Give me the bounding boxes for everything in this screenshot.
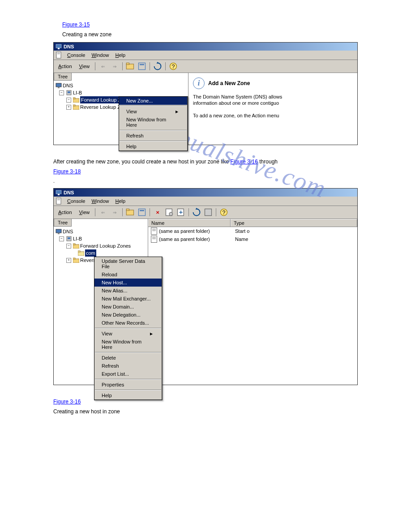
- collapse-icon[interactable]: −: [66, 244, 71, 249]
- tree-tab[interactable]: Tree: [54, 219, 72, 227]
- svg-rect-8: [140, 64, 144, 65]
- menu-console[interactable]: Console: [64, 197, 88, 205]
- menu-help[interactable]: Help: [113, 51, 128, 59]
- menu-window[interactable]: Window: [89, 51, 111, 59]
- figure-3-16-link[interactable]: Figure 3-16: [231, 159, 258, 165]
- delete-button[interactable]: ✕: [153, 207, 163, 217]
- ctx-new-alias[interactable]: New Alias...: [94, 287, 162, 295]
- svg-rect-27: [140, 210, 144, 211]
- svg-rect-34: [56, 229, 61, 233]
- info-text: The Domain Name System (DNS) allows info…: [193, 94, 353, 119]
- forward-button[interactable]: ⇒: [110, 61, 120, 71]
- properties-button[interactable]: [137, 207, 147, 217]
- toolbar-view[interactable]: View: [77, 63, 93, 70]
- ctx-new-zone[interactable]: New Zone...: [119, 97, 187, 105]
- list-row[interactable]: (same as parent folder) Name: [148, 235, 357, 243]
- up-folder-button[interactable]: [125, 61, 135, 71]
- tree-server[interactable]: −LI-B: [56, 89, 186, 96]
- ctx-help[interactable]: Help: [94, 391, 162, 399]
- refresh-button[interactable]: [153, 61, 163, 71]
- forward-button[interactable]: ⇒: [110, 207, 120, 217]
- svg-rect-20: [58, 194, 60, 195]
- info-icon: i: [193, 77, 205, 89]
- svg-rect-4: [57, 54, 60, 54]
- tree-root-dns[interactable]: DNS: [56, 82, 186, 89]
- ctx-reload[interactable]: Reload: [94, 270, 162, 279]
- toolbar-separator: [150, 208, 150, 216]
- collapse-icon[interactable]: −: [59, 90, 64, 95]
- figure-3-18-link[interactable]: Figure 3-18: [53, 168, 358, 175]
- ctx-new-delegation[interactable]: New Delegation...: [94, 311, 162, 319]
- screenshot-dns-new-host: manualshive.com DNS Console Window Help …: [53, 188, 358, 385]
- collapse-icon[interactable]: −: [59, 236, 64, 241]
- svg-rect-6: [127, 63, 129, 65]
- ctx-other-records[interactable]: Other New Records...: [94, 319, 162, 327]
- ctx-update-server[interactable]: Update Server Data File: [94, 257, 162, 270]
- col-type-header[interactable]: Type: [231, 219, 357, 227]
- help-button[interactable]: ?: [219, 207, 229, 217]
- collapse-icon[interactable]: −: [66, 98, 71, 103]
- ctx-new-mx[interactable]: New Mail Exchanger...: [94, 295, 162, 303]
- toolbar-action[interactable]: Action: [56, 209, 75, 216]
- menu-window[interactable]: Window: [89, 197, 111, 205]
- ctx-help[interactable]: Help: [119, 142, 187, 150]
- back-button[interactable]: ⇐: [98, 61, 108, 71]
- tree-server[interactable]: −LI-B: [56, 235, 146, 242]
- window-title: DNS: [64, 190, 74, 195]
- ctx-new-host[interactable]: New Host...: [94, 279, 162, 287]
- menu-separator: [95, 328, 161, 329]
- toolbar-separator: [95, 208, 95, 216]
- ctx-export[interactable]: Export List...: [94, 370, 162, 378]
- tree-fwd-zones[interactable]: −Forward Lookup Zones: [56, 242, 146, 249]
- window-titlebar[interactable]: DNS: [54, 43, 357, 51]
- tree-pane: Tree DNS −LI-B −Forward Lookup Zones +Re…: [54, 73, 188, 145]
- menubar: CConsoleonsole Window Help: [54, 51, 357, 60]
- ctx-refresh[interactable]: Refresh: [94, 362, 162, 370]
- menu-separator: [120, 106, 187, 107]
- menu-console[interactable]: CConsoleonsole: [64, 51, 88, 59]
- up-folder-button[interactable]: [125, 207, 135, 217]
- ctx-delete[interactable]: Delete: [94, 354, 162, 362]
- tree-root-dns[interactable]: DNS: [56, 228, 146, 235]
- instruction-text: After creating the new zone, you could c…: [53, 159, 231, 165]
- help-button[interactable]: ?: [168, 61, 178, 71]
- ctx-properties[interactable]: Properties: [94, 381, 162, 389]
- instruction-text: .: [53, 178, 55, 184]
- expand-icon[interactable]: +: [66, 105, 71, 110]
- svg-rect-1: [58, 48, 60, 49]
- window-titlebar[interactable]: DNS: [54, 189, 357, 197]
- properties-button[interactable]: [137, 61, 147, 71]
- expand-icon[interactable]: +: [66, 258, 71, 263]
- list-row[interactable]: (same as parent folder) Start o: [148, 227, 357, 235]
- ctx-new-window[interactable]: New Window from Here: [119, 116, 187, 129]
- export-button[interactable]: [176, 207, 186, 217]
- toolbar-action[interactable]: Action: [56, 63, 75, 70]
- svg-rect-14: [68, 91, 70, 93]
- ctx-view[interactable]: View▶: [94, 330, 162, 338]
- svg-rect-41: [78, 251, 80, 252]
- menu-help[interactable]: Help: [113, 197, 128, 205]
- back-button[interactable]: ⇐: [98, 207, 108, 217]
- ctx-new-domain[interactable]: New Domain...: [94, 303, 162, 311]
- content-pane: i Add a New Zone The Domain Name System …: [188, 73, 357, 145]
- tree-tab[interactable]: Tree: [54, 73, 72, 81]
- properties2-button[interactable]: [164, 207, 174, 217]
- ctx-new-window[interactable]: New Window from Here: [94, 338, 162, 351]
- context-menu: New Zone... View▶ New Window from Here R…: [119, 96, 188, 151]
- ctx-view[interactable]: View▶: [119, 107, 187, 116]
- toolbar-separator: [122, 208, 123, 216]
- svg-rect-39: [73, 244, 75, 245]
- tool-button[interactable]: [203, 207, 213, 217]
- caption-text: Creating a new zone: [62, 31, 111, 38]
- ctx-refresh[interactable]: Refresh: [119, 132, 187, 140]
- figure-3-15-link[interactable]: Figure 3-15: [62, 21, 358, 28]
- submenu-arrow-icon: ▶: [150, 332, 153, 336]
- svg-rect-16: [73, 98, 75, 99]
- refresh-button[interactable]: [192, 207, 201, 217]
- menu-separator: [120, 141, 187, 142]
- toolbar-view[interactable]: View: [77, 209, 93, 216]
- col-name-header[interactable]: Name: [148, 219, 231, 227]
- toolbar-separator: [165, 62, 166, 70]
- tree-com-zone[interactable]: com: [56, 249, 146, 257]
- svg-rect-25: [127, 209, 129, 211]
